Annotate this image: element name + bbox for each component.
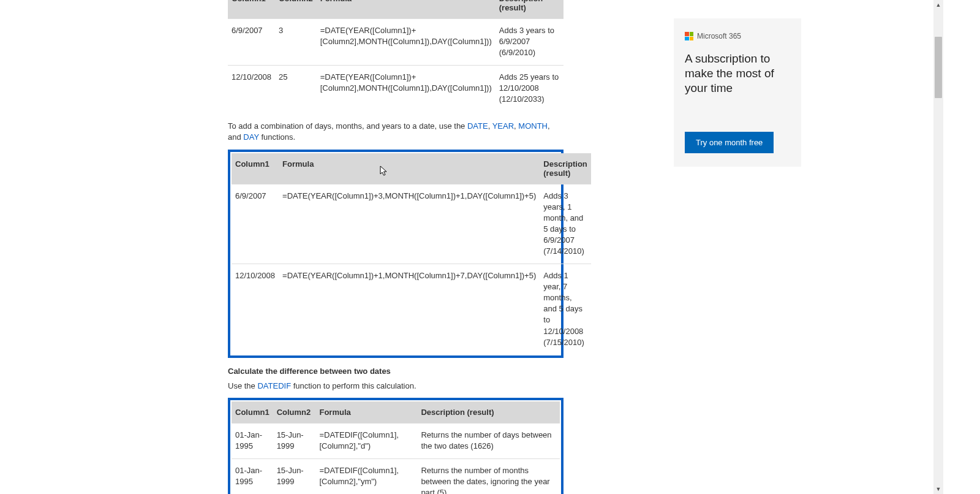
link-day[interactable]: DAY [243, 132, 259, 142]
vertical-scrollbar[interactable]: ▲ ▼ [933, 0, 943, 494]
table-add-combined: Column1 Formula Description (result) 6/9… [232, 153, 591, 354]
th-col1: Column1 [232, 401, 273, 424]
th-desc: Description (result) [496, 0, 564, 19]
th-formula: Formula [317, 0, 496, 19]
scroll-thumb[interactable] [935, 37, 942, 98]
table-row: 6/9/2007 =DATE(YEAR([Column1])+3,MONTH([… [232, 184, 591, 264]
try-free-button[interactable]: Try one month free [685, 132, 774, 153]
intro-date-combo: To add a combination of days, months, an… [228, 121, 564, 143]
microsoft-logo-icon [685, 32, 693, 40]
table-row: 01-Jan-1995 15-Jun-1999 =DATEDIF([Column… [232, 458, 560, 494]
th-col2: Column2 [275, 0, 317, 19]
th-col1: Column1 [228, 0, 275, 19]
table-row: 6/9/2007 3 =DATE(YEAR([Column1])+[Column… [228, 19, 564, 66]
th-desc: Description (result) [417, 401, 560, 424]
promo-title: A subscription to make the most of your … [685, 51, 790, 95]
intro-datedif: Use the DATEDIF function to perform this… [228, 381, 564, 392]
main-content: Column1 Column2 Formula Description (res… [228, 0, 564, 494]
link-year[interactable]: YEAR [492, 121, 514, 131]
link-month[interactable]: MONTH [518, 121, 548, 131]
table-datedif: Column1 Column2 Formula Description (res… [232, 401, 560, 494]
brand-text: Microsoft 365 [697, 32, 741, 40]
heading-diff-dates: Calculate the difference between two dat… [228, 367, 564, 376]
th-col2: Column2 [273, 401, 316, 424]
th-col1: Column1 [232, 153, 279, 184]
table-row: 01-Jan-1995 15-Jun-1999 =DATEDIF([Column… [232, 424, 560, 458]
table-row: 12/10/2008 =DATE(YEAR([Column1])+1,MONTH… [232, 264, 591, 354]
ms365-logo: Microsoft 365 [685, 32, 790, 40]
table-row: 12/10/2008 25 =DATE(YEAR([Column1])+[Col… [228, 65, 564, 111]
link-date[interactable]: DATE [467, 121, 488, 131]
link-datedif[interactable]: DATEDIF [257, 381, 291, 390]
th-formula: Formula [279, 153, 540, 184]
th-formula: Formula [315, 401, 417, 424]
promo-card: Microsoft 365 A subscription to make the… [674, 18, 801, 167]
highlighted-table3: Column1 Column2 Formula Description (res… [228, 398, 564, 494]
th-desc: Description (result) [540, 153, 591, 184]
scroll-up-button[interactable]: ▲ [933, 0, 943, 10]
highlighted-table2: Column1 Formula Description (result) 6/9… [228, 150, 564, 358]
table-add-years: Column1 Column2 Formula Description (res… [228, 0, 564, 111]
scroll-down-button[interactable]: ▼ [933, 484, 943, 494]
